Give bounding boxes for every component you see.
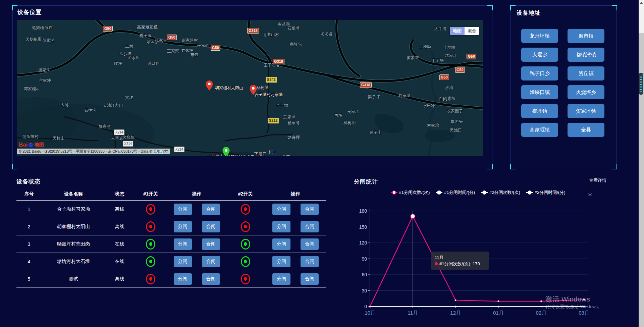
address-button[interactable]: 榔坪镇	[521, 104, 558, 118]
address-button[interactable]: 鸭子口乡	[521, 66, 558, 80]
switch-status-indicator	[146, 221, 155, 232]
table-row: 2胡家棚村太阳山离线分闸合闸分闸合闸	[16, 218, 326, 235]
road-badge: G50	[211, 45, 220, 51]
baidu-map[interactable]: 笔架槽涧坪天鹅抱蛋胡家淌高家堰互通梅子溪紫金寨二墩流沙坡沁水坝张家台子彭家河村千…	[17, 20, 483, 156]
legend-item[interactable]: #2分闸时间/(分)	[526, 189, 566, 196]
close-switch-button[interactable]: 合闸	[301, 256, 319, 267]
map-pin-icon[interactable]	[206, 80, 213, 91]
map-place-label: 干子堰	[432, 58, 444, 63]
open-switch-button[interactable]: 分闸	[174, 204, 192, 215]
close-switch-button[interactable]: 合闸	[301, 238, 319, 250]
close-switch-button[interactable]: 合闸	[202, 238, 220, 250]
open-switch-button[interactable]: 分闸	[272, 204, 290, 215]
map-place-label: 土地坳	[419, 44, 431, 50]
switch-status-indicator	[146, 239, 155, 250]
map-type-map-button[interactable]: 地图	[450, 27, 465, 35]
chart-legend: #1分闸次数/(次)#1分闸时间/(分)#2分闸次数/(次)#2分闸时间/(分)	[366, 189, 590, 196]
close-switch-button[interactable]: 合闸	[301, 221, 319, 232]
address-button[interactable]: 火烧坪乡	[568, 85, 604, 99]
address-button[interactable]: 大堰乡	[521, 48, 558, 62]
operation-buttons: 分闸合闸	[174, 238, 220, 250]
table-header-cell: 操作	[291, 191, 300, 197]
view-details-link[interactable]: 查看详情	[589, 177, 606, 183]
legend-item[interactable]: #1分闸次数/(次)	[391, 189, 430, 196]
address-button[interactable]: 都镇湾镇	[568, 48, 604, 62]
device-address-title: 设备地址	[517, 9, 541, 17]
device-status: 离线	[115, 224, 124, 230]
road-badge: X214	[114, 129, 124, 135]
map-place-label: 梨子坪	[368, 94, 380, 100]
close-switch-button[interactable]: 合闸	[202, 256, 220, 267]
map-attribution: © 2021 Baidu - GS(2019)5218号 - 甲测资字11009…	[17, 149, 170, 154]
corner-decoration	[612, 5, 617, 10]
corner-decoration	[510, 164, 516, 169]
map-place-label: 东包	[190, 52, 198, 58]
baidu-logo-text: Bai	[19, 142, 28, 148]
operation-buttons: 分闸合闸	[174, 221, 220, 232]
table-row: 5测试离线分闸合闸分闸合闸	[16, 270, 326, 288]
scroll-handle-stripes	[640, 76, 642, 92]
address-button[interactable]: 资丘镇	[568, 66, 604, 80]
open-switch-button[interactable]: 分闸	[174, 221, 192, 232]
address-button[interactable]: 磨市镇	[568, 29, 604, 43]
road-badge: G50	[455, 67, 465, 73]
address-button[interactable]: 龙舟坪镇	[521, 29, 558, 43]
close-switch-button[interactable]: 合闸	[202, 204, 220, 215]
map-place-label: 土地咀	[443, 45, 455, 50]
switch-status-indicator	[146, 204, 155, 215]
address-button[interactable]: 贺家坪镇	[568, 104, 604, 118]
open-switch-button[interactable]: 分闸	[272, 221, 290, 232]
open-switch-button[interactable]: 分闸	[272, 273, 290, 285]
table-header-cell: 操作	[192, 191, 202, 197]
close-switch-button[interactable]: 合闸	[202, 273, 220, 285]
map-place-label: 刘家坳	[398, 93, 411, 99]
address-button[interactable]: 全县	[568, 123, 604, 137]
open-switch-button[interactable]: 分闸	[174, 273, 192, 285]
map-place-label: 彭家河村	[182, 38, 198, 43]
operation-buttons: 分闸合闸	[174, 204, 220, 215]
open-switch-button[interactable]: 分闸	[174, 238, 192, 250]
open-switch-button[interactable]: 分闸	[272, 256, 290, 267]
address-button[interactable]: 高家堰镇	[521, 123, 558, 137]
table-header-cell: 序号	[24, 191, 34, 197]
road-badge: G50	[439, 74, 449, 80]
corner-decoration	[612, 164, 617, 169]
map-place-label: 柳树坮	[343, 120, 356, 126]
switch-status-indicator	[146, 256, 155, 267]
svg-text:12月: 12月	[450, 310, 461, 316]
scrollbar-track[interactable]	[639, 0, 644, 327]
legend-item[interactable]: #2分闸次数/(次)	[481, 189, 520, 196]
legend-marker-icon	[391, 192, 397, 193]
map-place-label: 杨家湾	[287, 120, 300, 126]
road-badge: G318	[360, 82, 372, 88]
open-switch-button[interactable]: 分闸	[174, 256, 192, 267]
address-button[interactable]: 渔峡口镇	[521, 85, 558, 99]
open-switch-button[interactable]: 分闸	[272, 238, 290, 250]
legend-item[interactable]: #1分闸时间/(分)	[436, 189, 475, 196]
close-switch-button[interactable]: 合闸	[202, 221, 220, 232]
map-place-label: 腰坪	[114, 61, 122, 66]
close-switch-button[interactable]: 合闸	[301, 204, 319, 215]
svg-text:150: 150	[359, 224, 367, 230]
svg-text:30: 30	[362, 288, 367, 293]
map-type-hybrid-button[interactable]: 混合	[465, 27, 479, 35]
map-place-label: 阴阳坡村	[22, 134, 39, 140]
map-place-label: 合子坳	[276, 103, 288, 108]
map-place-label: 白岩头	[451, 119, 463, 124]
device-name: 晒鼓坪村荒田岗	[57, 241, 90, 247]
scrollbar-up-arrow-icon[interactable]	[640, 2, 643, 4]
map-place-label: 颜家湾	[99, 124, 111, 129]
device-status: 在线	[115, 241, 124, 247]
close-switch-button[interactable]: 合闸	[301, 273, 319, 285]
map-place-label: 莲子山	[370, 130, 382, 135]
map-place-label: 石柱沟	[84, 108, 96, 113]
custom-scroll-handle[interactable]	[639, 73, 643, 95]
map-place-label: 梅子溪	[140, 33, 152, 39]
map-place-label: 高家堰互通	[137, 24, 158, 30]
road-badge: G50	[467, 54, 476, 59]
road-badge: G318	[273, 59, 284, 64]
map-place-label: 渡家沟	[38, 67, 50, 73]
device-status: 离线	[115, 206, 124, 212]
map-place-label: ⌂南山公园	[271, 154, 290, 156]
map-place-label: 管家坡	[443, 96, 455, 101]
